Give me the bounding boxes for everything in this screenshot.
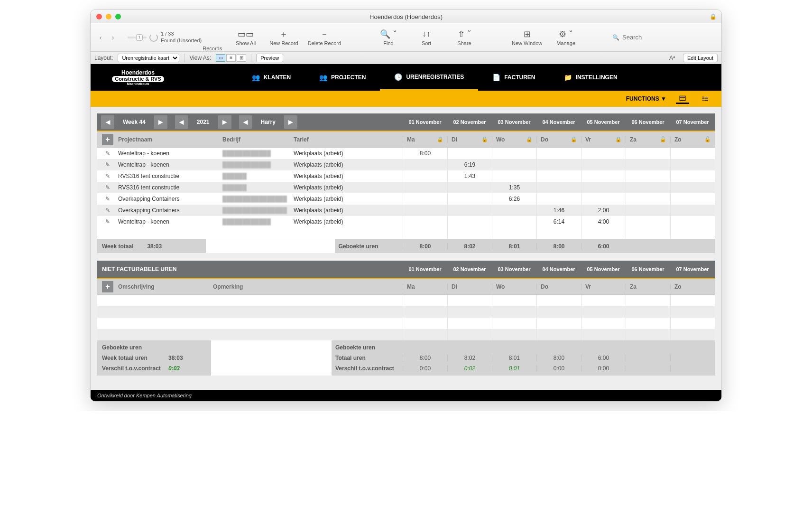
prev-week-button[interactable]: ◀ <box>101 115 114 129</box>
hours-cell[interactable] <box>670 205 715 216</box>
edit-row-button[interactable]: ✎ <box>97 150 118 157</box>
hours-cell[interactable] <box>670 193 715 205</box>
hours-cell[interactable] <box>626 306 670 318</box>
hours-cell[interactable] <box>447 205 492 216</box>
nav-klanten[interactable]: 👥 KLANTEN <box>238 64 305 91</box>
hours-cell[interactable] <box>492 170 536 182</box>
hours-cell[interactable] <box>581 170 626 182</box>
hours-cell[interactable] <box>581 182 626 193</box>
edit-row-button[interactable]: ✎ <box>97 184 118 191</box>
layout-select[interactable]: Urenregistratie kaart <box>118 54 179 62</box>
hours-cell[interactable]: 1:43 <box>447 170 492 182</box>
hours-cell[interactable] <box>447 306 492 318</box>
hours-cell[interactable] <box>626 318 670 329</box>
hours-cell[interactable] <box>626 182 670 193</box>
hours-cell[interactable] <box>581 159 626 170</box>
hours-cell[interactable] <box>670 159 715 170</box>
hours-cell[interactable] <box>492 306 536 318</box>
hours-cell[interactable]: 6:26 <box>492 193 536 205</box>
hours-cell[interactable] <box>403 182 447 193</box>
record-slider[interactable]: 1 1 / 33 Found (Unsorted) <box>128 31 202 43</box>
share-button[interactable]: ⇧ ˅ Share <box>450 29 479 46</box>
hours-cell[interactable] <box>581 193 626 205</box>
hours-cell[interactable] <box>447 193 492 205</box>
hours-cell[interactable] <box>492 295 536 306</box>
find-button[interactable]: 🔍 ˅ Find <box>374 29 403 46</box>
edit-row-button[interactable]: ✎ <box>97 173 118 179</box>
hours-cell[interactable] <box>492 329 536 340</box>
hours-cell[interactable] <box>536 148 581 159</box>
hours-cell[interactable] <box>447 295 492 306</box>
edit-layout-button[interactable]: Edit Layout <box>683 54 718 62</box>
hours-cell[interactable]: 6:14 <box>536 216 581 227</box>
hours-cell[interactable] <box>536 170 581 182</box>
preview-button[interactable]: Preview <box>256 54 283 62</box>
hours-cell[interactable] <box>626 329 670 340</box>
prev-year-button[interactable]: ◀ <box>175 115 188 129</box>
hours-cell[interactable] <box>581 318 626 329</box>
hours-cell[interactable] <box>492 205 536 216</box>
hours-cell[interactable] <box>447 318 492 329</box>
nav-projecten[interactable]: 👥 PROJECTEN <box>305 64 380 91</box>
hours-cell[interactable] <box>536 306 581 318</box>
hours-cell[interactable] <box>492 148 536 159</box>
view-table-button[interactable]: ⊞ <box>237 54 246 62</box>
next-person-button[interactable]: ▶ <box>284 115 297 129</box>
nav-facturen[interactable]: 📄 FACTUREN <box>478 64 549 91</box>
hours-cell[interactable] <box>403 159 447 170</box>
sort-button[interactable]: ↓↑ Sort <box>412 29 441 46</box>
edit-row-button[interactable]: ✎ <box>97 207 118 214</box>
view-card-button[interactable] <box>676 94 689 104</box>
hours-cell[interactable] <box>670 148 715 159</box>
hours-cell[interactable] <box>403 193 447 205</box>
search-input[interactable]: 🔍 <box>612 32 717 43</box>
hours-cell[interactable] <box>403 170 447 182</box>
hours-cell[interactable] <box>403 205 447 216</box>
view-list-button[interactable]: ≡ <box>226 54 236 62</box>
hours-cell[interactable] <box>403 306 447 318</box>
hours-cell[interactable]: 4:00 <box>581 216 626 227</box>
hours-cell[interactable]: 1:46 <box>536 205 581 216</box>
hours-cell[interactable] <box>492 216 536 227</box>
hours-cell[interactable] <box>447 216 492 227</box>
hours-cell[interactable]: 6:19 <box>447 159 492 170</box>
edit-row-button[interactable]: ✎ <box>97 161 118 168</box>
show-all-button[interactable]: ▭▭ Show All <box>231 29 260 46</box>
hours-cell[interactable]: 8:00 <box>403 148 447 159</box>
hours-cell[interactable] <box>626 159 670 170</box>
hours-cell[interactable]: 1:35 <box>492 182 536 193</box>
next-year-button[interactable]: ▶ <box>218 115 231 129</box>
view-form-button[interactable]: ▭ <box>216 54 225 62</box>
hours-cell[interactable] <box>403 318 447 329</box>
hours-cell[interactable] <box>581 306 626 318</box>
hours-cell[interactable] <box>626 148 670 159</box>
hours-cell[interactable] <box>670 318 715 329</box>
hours-cell[interactable] <box>536 295 581 306</box>
hours-cell[interactable] <box>626 205 670 216</box>
hours-cell[interactable] <box>581 295 626 306</box>
hours-cell[interactable] <box>447 182 492 193</box>
hours-cell[interactable] <box>670 182 715 193</box>
hours-cell[interactable] <box>447 148 492 159</box>
hours-cell[interactable] <box>626 193 670 205</box>
hours-cell[interactable] <box>403 216 447 227</box>
hours-cell[interactable] <box>536 182 581 193</box>
next-week-button[interactable]: ▶ <box>154 115 167 129</box>
next-record-button[interactable]: › <box>108 32 118 43</box>
add-row-button[interactable]: + <box>102 134 113 145</box>
hours-cell[interactable] <box>626 170 670 182</box>
delete-record-button[interactable]: － Delete Record <box>308 29 341 46</box>
hours-cell[interactable] <box>670 295 715 306</box>
nav-urenregistraties[interactable]: 🕓 URENREGISTRATIES <box>380 64 478 91</box>
edit-row-button[interactable]: ✎ <box>97 196 118 202</box>
hours-cell[interactable] <box>626 295 670 306</box>
hours-cell[interactable] <box>492 159 536 170</box>
hours-cell[interactable] <box>670 306 715 318</box>
hours-cell[interactable] <box>536 318 581 329</box>
hours-cell[interactable] <box>670 170 715 182</box>
hours-cell[interactable] <box>403 329 447 340</box>
nav-instellingen[interactable]: 📁 INSTELLINGEN <box>550 64 632 91</box>
view-list-button[interactable] <box>699 94 712 104</box>
hours-cell[interactable] <box>536 193 581 205</box>
hours-cell[interactable] <box>581 148 626 159</box>
